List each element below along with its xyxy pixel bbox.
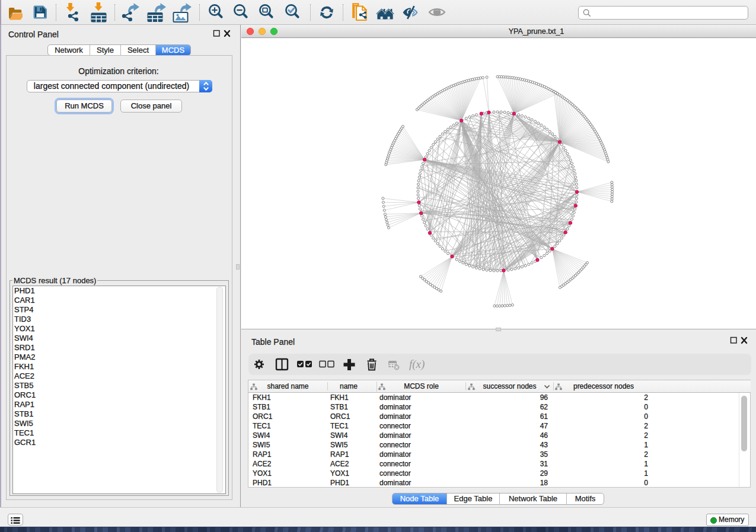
svg-text:f(x): f(x) xyxy=(409,358,425,371)
